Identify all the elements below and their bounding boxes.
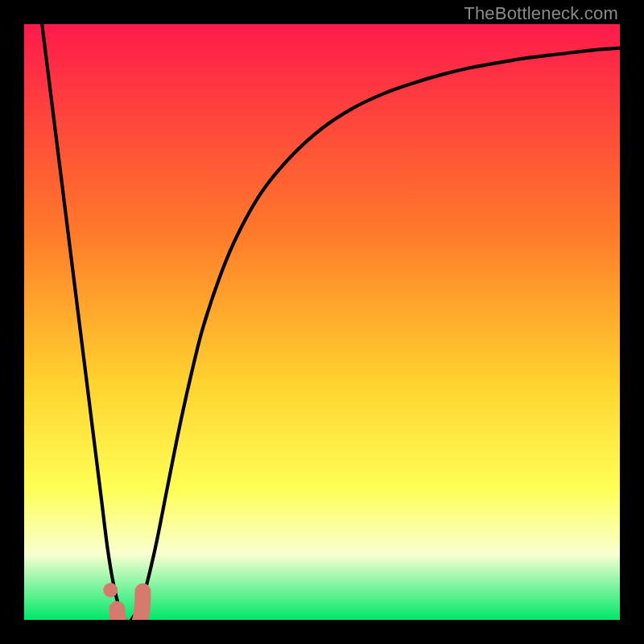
bottleneck-curve: [24, 24, 620, 620]
plot-area: [24, 24, 620, 620]
watermark-text: TheBottleneck.com: [464, 3, 618, 24]
markers-group: [103, 583, 142, 620]
outer-frame: TheBottleneck.com: [0, 0, 644, 644]
marker-dot: [103, 583, 118, 597]
curve-line: [42, 24, 620, 620]
marker-hook: [118, 592, 143, 620]
